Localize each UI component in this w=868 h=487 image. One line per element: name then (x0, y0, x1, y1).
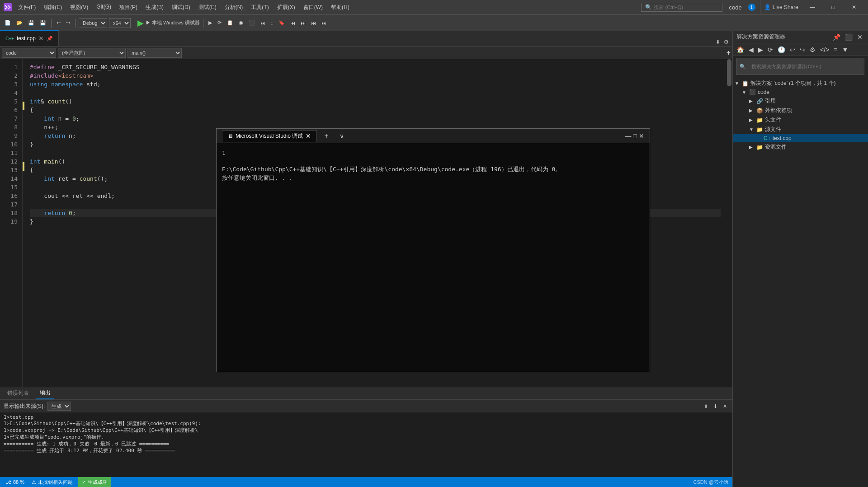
issues-status[interactable]: ⚠ 未找到相关问题 (30, 479, 75, 486)
attach-button[interactable]: ▶ (207, 18, 214, 28)
expand-arrow-ext[interactable]: ▶ (749, 108, 756, 113)
menu-file[interactable]: 文件(F) (14, 3, 39, 12)
menu-build[interactable]: 生成(B) (142, 3, 167, 12)
tree-item-headers[interactable]: ▶ 📁 头文件 (733, 115, 868, 125)
menu-view[interactable]: 视图(V) (66, 3, 92, 12)
expand-arrow-resources[interactable]: ▶ (749, 145, 756, 150)
sol-exp-sync[interactable]: ⟳ (766, 45, 775, 54)
console-minimize-button[interactable]: — (625, 132, 632, 140)
close-button[interactable]: ✕ (844, 0, 864, 14)
redo-button[interactable]: ↪ (64, 18, 72, 28)
sol-exp-redo[interactable]: ↪ (798, 45, 807, 54)
toolbar-btn-5[interactable]: ⟳ (216, 18, 223, 28)
minimize-button[interactable]: — (802, 0, 823, 14)
expand-arrow-solution[interactable]: ▼ (735, 81, 742, 86)
undo-button[interactable]: ↩ (55, 18, 62, 28)
sol-exp-filter[interactable]: ▼ (840, 45, 850, 54)
toolbar-btn-9[interactable]: ⏭ (259, 18, 267, 28)
code-line-3: using namespace std; (30, 80, 721, 89)
add-tab-button[interactable]: + (726, 49, 731, 57)
arch-dropdown[interactable]: x64 (109, 18, 131, 28)
console-add-tab-button[interactable]: + (321, 130, 332, 142)
sol-exp-clock[interactable]: 🕐 (776, 45, 787, 54)
tree-item-external-deps[interactable]: ▶ 📦 外部依赖项 (733, 106, 868, 115)
tab-test-cpp[interactable]: C++ test.cpp ✕ 📌 (0, 30, 59, 46)
toolbar-btn-14[interactable]: ⏮ (309, 18, 318, 28)
expand-arrow-headers[interactable]: ▶ (749, 117, 756, 122)
toolbar-btn-8[interactable]: ⬛ (247, 18, 257, 28)
console-tab-active[interactable]: 🖥 Microsoft Visual Studio 调试 ✕ (222, 130, 317, 142)
tree-item-resource-files[interactable]: ▶ 📁 资源文件 (733, 142, 868, 152)
editor-scrollbar[interactable] (726, 59, 732, 387)
console-close-button[interactable]: ✕ (639, 132, 644, 140)
tab-output[interactable]: 输出 (36, 387, 54, 399)
console-more-button[interactable]: ∨ (336, 131, 348, 141)
git-status[interactable]: ⎇ 88 % (4, 479, 26, 485)
toolbar-btn-7[interactable]: ◉ (237, 18, 245, 28)
tree-item-code-project[interactable]: ▼ ⬛ code (733, 88, 868, 96)
output-btn-2[interactable]: ⬇ (712, 401, 719, 412)
console-maximize-button[interactable]: □ (633, 132, 637, 140)
sol-exp-home[interactable]: 🏠 (735, 45, 746, 54)
tab-close-button[interactable]: ✕ (38, 35, 44, 42)
new-file-button[interactable]: 📄 (3, 18, 13, 28)
scrollbar-thumb[interactable] (727, 59, 731, 86)
sol-exp-btn-close[interactable]: ✕ (855, 33, 864, 42)
output-btn-1[interactable]: ⬆ (702, 401, 710, 412)
menu-git[interactable]: Git(G) (93, 3, 115, 12)
open-file-button[interactable]: 📂 (14, 18, 24, 28)
menu-tools[interactable]: 工具(T) (247, 3, 272, 12)
scope-dropdown-1[interactable]: code (2, 48, 56, 58)
menu-analyze[interactable]: 分析(N) (221, 3, 247, 12)
tab-error-list[interactable]: 错误列表 (4, 388, 33, 399)
panel-collapse-button[interactable]: ⬇ (714, 38, 722, 46)
menu-project[interactable]: 项目(P) (116, 3, 141, 12)
resource-icon: 📁 (756, 144, 763, 150)
sol-exp-settings[interactable]: ⚙ (808, 45, 817, 54)
solution-search-input[interactable] (750, 61, 858, 72)
sol-exp-btn-float[interactable]: ⬛ (843, 33, 854, 42)
menu-debug[interactable]: 调试(D) (168, 3, 194, 12)
toolbar-btn-13[interactable]: ⏭ (299, 18, 307, 28)
debug-config-dropdown[interactable]: Debug (79, 18, 107, 28)
live-share-button[interactable]: 👤 Live Share (760, 0, 802, 14)
sol-exp-code-view[interactable]: </> (818, 45, 831, 54)
scope-dropdown-2[interactable]: (全局范围) (58, 48, 126, 58)
output-btn-3[interactable]: ✕ (721, 401, 729, 412)
menu-test[interactable]: 测试(E) (195, 3, 220, 12)
menu-extensions[interactable]: 扩展(X) (274, 3, 299, 12)
toolbar-btn-15[interactable]: ⏭ (320, 18, 328, 28)
global-search-input[interactable] (654, 5, 718, 10)
output-source-dropdown[interactable]: 生成 (47, 402, 71, 411)
run-label[interactable]: ▶ 本地 Windows 调试器 (146, 19, 200, 26)
tree-item-source-files[interactable]: ▼ 📁 源文件 (733, 125, 868, 134)
sol-exp-props[interactable]: ≡ (832, 45, 839, 54)
toolbar-btn-11[interactable]: 🔖 (277, 18, 287, 28)
tree-item-test-cpp[interactable]: C+ test.cpp (733, 134, 868, 142)
console-tab-close-button[interactable]: ✕ (306, 132, 311, 140)
toolbar-btn-12[interactable]: ⏮ (288, 18, 297, 28)
scope-dropdown-3[interactable]: main() (127, 48, 182, 58)
sol-exp-forward[interactable]: ▶ (756, 45, 765, 54)
tree-item-references[interactable]: ▶ 🔗 引用 (733, 96, 868, 106)
tree-item-solution[interactable]: ▼ 📋 解决方案 'code' (1 个项目，共 1 个) (733, 79, 868, 88)
expand-arrow-source[interactable]: ▼ (749, 127, 756, 132)
menu-help[interactable]: 帮助(H) (327, 3, 353, 12)
save-all-button[interactable]: 💾 (38, 18, 48, 28)
console-close-line: 按任意键关闭此窗口. . . (222, 173, 644, 183)
sol-exp-undo[interactable]: ↩ (788, 45, 797, 54)
toolbar-btn-10[interactable]: ↕ (269, 18, 275, 28)
pin-icon[interactable]: 📌 (47, 36, 53, 42)
sol-exp-btn-pin[interactable]: 📌 (831, 33, 842, 42)
sol-exp-back[interactable]: ◀ (747, 45, 755, 54)
menu-edit[interactable]: 编辑(E) (40, 3, 66, 12)
expand-arrow-ref[interactable]: ▶ (749, 98, 756, 103)
expand-arrow-code[interactable]: ▼ (742, 90, 749, 95)
menu-window[interactable]: 窗口(W) (300, 3, 326, 12)
panel-settings-button[interactable]: ⚙ (722, 38, 731, 46)
maximize-button[interactable]: □ (823, 0, 844, 14)
notification-badge[interactable]: 1 (748, 4, 755, 11)
toolbar-btn-6[interactable]: 📋 (225, 18, 235, 28)
save-button[interactable]: 💾 (26, 18, 36, 28)
run-button[interactable]: ▶ (137, 18, 144, 28)
